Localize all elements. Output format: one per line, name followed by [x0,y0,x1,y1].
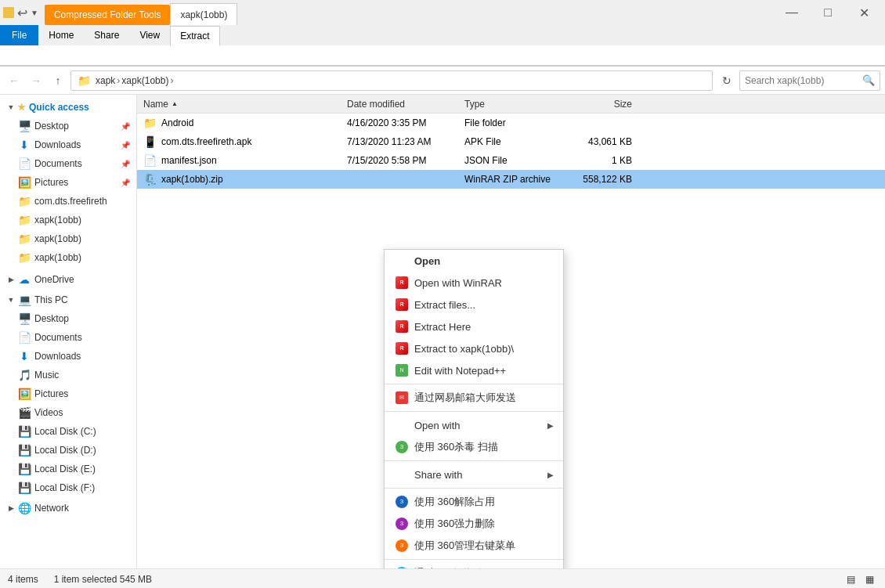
expand-spacer [6,352,16,361]
expand-spacer [6,121,16,131]
title-bar: ↩ ▼ Compressed Folder Tools xapk(1obb) —… [0,0,885,25]
expand-spacer [6,389,16,399]
file-area: Name ▲ Date modified Type Size 📁 Android… [137,95,885,568]
pin-icon: 📌 [121,160,130,168]
view-details-button[interactable]: ▤ [843,572,858,587]
ctx-360-scan[interactable]: 3 使用 360杀毒 扫描 [385,436,563,458]
refresh-button[interactable]: ↻ [717,71,736,90]
ctx-qq[interactable]: Q 通过QQ发送到 [385,562,563,568]
ctx-extract-here[interactable]: R Extract Here [385,316,563,337]
pc-music-icon: 🎵 [17,368,31,382]
expand-arrow: ▶ [6,503,16,513]
pc-documents-icon: 📄 [17,330,31,345]
sidebar-disk-c[interactable]: 💾 Local Disk (C:) [0,422,136,441]
sidebar-pc-videos[interactable]: 🎬 Videos [0,403,136,422]
sidebar-pc-downloads[interactable]: ⬇ Downloads [0,347,136,366]
path-part-2[interactable]: xapk(1obb) [121,75,168,86]
sidebar-pc-music[interactable]: 🎵 Music [0,366,136,384]
ctx-extract-files[interactable]: R Extract files... [385,294,563,316]
sidebar-item-xapk2[interactable]: 📁 xapk(1obb) [0,229,136,248]
file-row[interactable]: 📄 manifest.json 7/15/2020 5:58 PM JSON F… [137,151,885,170]
col-header-size[interactable]: Size [560,95,638,113]
file-row-selected[interactable]: 🗜️ xapk(1obb).zip WinRAR ZIP archive 558… [137,170,885,189]
up-button[interactable]: ↑ [49,71,67,90]
expand-spacer [6,446,16,455]
pc-downloads-icon: ⬇ [17,349,31,363]
ctx-extract-to[interactable]: R Extract to xapk(1obb)\ [385,337,563,359]
disk-c-icon: 💾 [17,424,31,438]
ribbon-tab-extract[interactable]: Extract [170,26,219,46]
close-button[interactable]: ✕ [846,0,882,25]
sidebar-quick-access[interactable]: ▼ ★ Quick access [0,98,136,117]
apk-icon: 📱 [143,135,157,148]
ctx-open-with[interactable]: Open with ▶ [385,414,563,436]
status-right: ▤ ▦ [843,572,877,587]
ribbon-content [0,45,885,66]
disk-d-icon: 💾 [17,443,31,457]
title-bar-icons: ↩ ▼ [3,5,38,20]
file-date-android: 4/16/2020 3:35 PM [341,117,458,128]
expand-icon: ▼ [6,103,16,112]
forward-button[interactable]: → [27,71,45,90]
ctx-separator [385,384,563,384]
sidebar-network[interactable]: ▶ 🌐 Network [0,499,136,518]
sidebar-disk-f[interactable]: 💾 Local Disk (F:) [0,478,136,497]
view-large-icons-button[interactable]: ▦ [862,572,877,587]
ctx-share-with[interactable]: Share with ▶ [385,464,563,485]
path-part-1[interactable]: xapk [96,75,115,86]
file-row[interactable]: 📱 com.dts.freefireth.apk 7/13/2020 11:23… [137,132,885,151]
ctx-360-delete[interactable]: 3 使用 360强力删除 [385,513,563,535]
expand-spacer [6,197,16,206]
compressed-folder-tools-tab[interactable]: Compressed Folder Tools [45,5,171,25]
back-button[interactable]: ← [5,71,23,90]
ribbon-tab-share[interactable]: Share [84,25,129,45]
pin-icon: 📌 [121,179,130,187]
item-count: 4 items [8,574,38,585]
ctx-edit-notepad[interactable]: N Edit with Notepad++ [385,359,563,381]
json-icon: 📄 [143,154,157,167]
sidebar-this-pc[interactable]: ▼ 💻 This PC [0,290,136,309]
file-size-apk: 43,061 KB [560,136,638,147]
col-header-date[interactable]: Date modified [341,95,458,113]
maximize-button[interactable]: □ [810,0,846,25]
ctx-360-jieyong[interactable]: 3 使用 360解除占用 [385,491,563,513]
sidebar-disk-e[interactable]: 💾 Local Disk (E:) [0,460,136,478]
sidebar-pc-desktop[interactable]: 🖥️ Desktop [0,309,136,328]
network-icon: 🌐 [17,501,31,515]
col-header-type[interactable]: Type [458,95,560,113]
search-box[interactable]: 🔍 [739,70,880,91]
sidebar-pc-documents[interactable]: 📄 Documents [0,328,136,347]
ribbon-tab-view[interactable]: View [129,25,170,45]
sidebar-item-xapk1[interactable]: 📁 xapk(1obb) [0,211,136,229]
dropdown-arrow[interactable]: ▼ [31,9,38,17]
sidebar-item-downloads[interactable]: ⬇ Downloads 📌 [0,135,136,154]
ctx-open[interactable]: Open [385,250,563,272]
col-header-name[interactable]: Name ▲ [137,95,341,113]
file-size-json: 1 KB [560,155,638,166]
mail163-icon: ✉ [394,390,410,406]
app-title-tab[interactable]: xapk(1obb) [170,3,237,25]
ribbon-tab-file[interactable]: File [0,25,38,45]
sidebar-onedrive[interactable]: ▶ ☁ OneDrive [0,270,136,289]
address-path[interactable]: 📁 xapk › xapk(1obb) › [70,70,713,91]
expand-spacer [6,408,16,417]
ctx-open-winrar[interactable]: R Open with WinRAR [385,272,563,294]
folder-icon-3: 📁 [17,232,31,246]
submenu-arrow: ▶ [547,471,554,479]
sidebar-item-documents[interactable]: 📄 Documents 📌 [0,154,136,173]
ctx-163mail[interactable]: ✉ 通过网易邮箱大师发送 [385,387,563,409]
folder-icon: 📁 [143,117,157,129]
ctx-360-manage[interactable]: 3 使用 360管理右键菜单 [385,535,563,557]
sidebar-disk-d[interactable]: 💾 Local Disk (D:) [0,441,136,460]
file-row[interactable]: 📁 Android 4/16/2020 3:35 PM File folder [137,114,885,132]
sidebar-item-com-dts[interactable]: 📁 com.dts.freefireth [0,192,136,211]
minimize-button[interactable]: — [774,0,810,25]
pc-desktop-icon: 🖥️ [17,312,31,326]
sidebar-item-desktop[interactable]: 🖥️ Desktop 📌 [0,117,136,135]
sidebar-item-pictures[interactable]: 🖼️ Pictures 📌 [0,173,136,192]
search-input[interactable] [745,75,862,86]
sidebar-item-xapk3[interactable]: 📁 xapk(1obb) [0,248,136,267]
sidebar-pc-pictures[interactable]: 🖼️ Pictures [0,384,136,403]
notepad-icon: N [394,363,410,378]
ribbon-tab-home[interactable]: Home [38,25,84,45]
